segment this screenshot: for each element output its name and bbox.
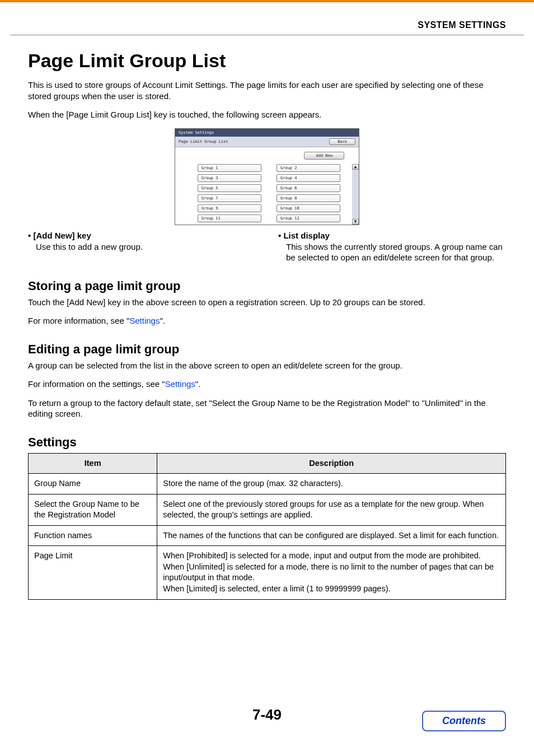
table-row: Group Name Store the name of the group (… <box>29 474 506 494</box>
bullet-list-body: This shows the currently stored groups. … <box>286 241 506 263</box>
settings-link[interactable]: Settings <box>165 379 195 389</box>
table-row: Function names The names of the function… <box>29 525 506 546</box>
settings-heading: Settings <box>28 435 506 450</box>
header-section-title: SYSTEM SETTINGS <box>0 0 534 35</box>
intro-paragraph-1: This is used to store groups of Account … <box>28 80 506 101</box>
bullet-addnew-body: Use this to add a new group. <box>36 241 256 253</box>
editing-body-1: A group can be selected from the list in… <box>28 360 506 371</box>
editing-body-2: For information on the settings, see "Se… <box>28 379 506 390</box>
page-title: Page Limit Group List <box>28 50 506 72</box>
group-button[interactable]: Group 1 <box>198 164 261 172</box>
add-new-button[interactable]: Add New <box>304 152 344 160</box>
table-row: Page Limit When [Prohibited] is selected… <box>29 546 506 599</box>
group-button[interactable]: Group 7 <box>198 194 261 202</box>
back-button[interactable]: Back <box>329 138 355 145</box>
group-button[interactable]: Group 4 <box>277 174 340 182</box>
scroll-down-icon[interactable]: ▼ <box>352 219 359 225</box>
bullet-list-title: • List display <box>278 231 506 240</box>
screenshot-subtitle: Page Limit Group List <box>179 139 228 144</box>
embedded-screenshot: System Settings Page Limit Group List Ba… <box>175 128 359 225</box>
group-button[interactable]: Group 2 <box>277 164 340 172</box>
storing-body-2: For more information, see "Settings". <box>28 315 506 326</box>
group-button[interactable]: Group 8 <box>277 194 340 202</box>
th-item: Item <box>29 453 157 474</box>
bullet-addnew-title: • [Add New] key <box>28 231 256 240</box>
settings-table: Item Description Group Name Store the na… <box>28 453 506 600</box>
group-button[interactable]: Group 11 <box>198 214 261 222</box>
table-row: Select the Group Name to be the Registra… <box>29 494 506 525</box>
page-number: 7-49 <box>252 706 282 723</box>
editing-body-3: To return a group to the factory default… <box>28 398 506 419</box>
group-button[interactable]: Group 3 <box>198 174 261 182</box>
settings-link[interactable]: Settings <box>129 316 160 325</box>
group-button[interactable]: Group 9 <box>198 204 261 212</box>
contents-button[interactable]: Contents <box>422 711 506 731</box>
intro-paragraph-2: When the [Page Limit Group List] key is … <box>28 109 506 120</box>
th-desc: Description <box>157 453 506 474</box>
screenshot-window-title: System Settings <box>175 129 359 137</box>
scrollbar[interactable]: ▲ ▼ <box>352 164 359 225</box>
editing-heading: Editing a page limit group <box>28 342 506 357</box>
group-button[interactable]: Group 5 <box>198 184 261 192</box>
storing-heading: Storing a page limit group <box>28 279 506 293</box>
storing-body-1: Touch the [Add New] key in the above scr… <box>28 297 506 308</box>
group-button[interactable]: Group 10 <box>277 204 340 212</box>
scroll-up-icon[interactable]: ▲ <box>352 164 359 170</box>
group-button[interactable]: Group 6 <box>277 184 340 192</box>
group-button[interactable]: Group 12 <box>277 214 340 222</box>
